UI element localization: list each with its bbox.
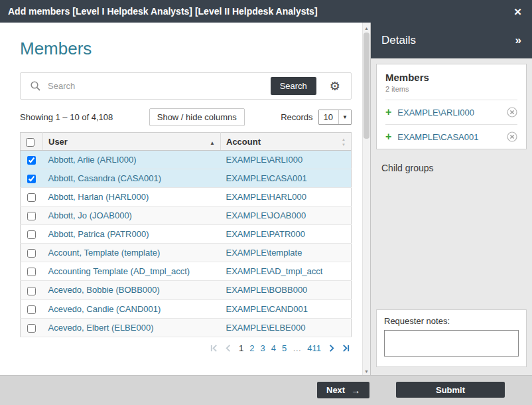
- row-checkbox-cell: [21, 318, 43, 337]
- user-cell: Acevedo, Candie (CAND001): [43, 299, 221, 318]
- user-link[interactable]: Abbott, Harlan (HARL000): [48, 192, 149, 202]
- account-link[interactable]: EXAMPLE\CASA001: [226, 173, 307, 183]
- account-link[interactable]: EXAMPLE\ELBE000: [226, 323, 306, 333]
- user-link[interactable]: Abbott, Patrica (PATR000): [48, 229, 149, 239]
- row-checkbox-cell: [21, 262, 43, 281]
- member-item-label: EXAMPLE\CASA001: [397, 132, 501, 142]
- row-checkbox-cell: [21, 188, 43, 206]
- details-body: Members 2 items + EXAMPLE\ARLI000 + EXAM…: [371, 58, 532, 375]
- row-checkbox[interactable]: [27, 156, 36, 165]
- details-members-card: Members 2 items + EXAMPLE\ARLI000 + EXAM…: [376, 64, 527, 149]
- records-select[interactable]: 10 ▼: [318, 110, 352, 125]
- details-panel: Details » Members 2 items + EXAMPLE\ARLI…: [370, 23, 532, 375]
- records-group: Records 10 ▼: [281, 110, 352, 125]
- select-all-checkbox[interactable]: [26, 138, 34, 147]
- child-groups-label: Child groups: [376, 149, 527, 173]
- show-hide-columns-button[interactable]: Show / hide columns: [149, 108, 245, 126]
- user-cell: Abbott, Arlie (ARLI000): [43, 151, 221, 169]
- user-cell: Abbott, Jo (JOAB000): [43, 206, 221, 225]
- user-link[interactable]: Abbott, Jo (JOAB000): [48, 210, 132, 220]
- account-link[interactable]: EXAMPLE\JOAB000: [226, 210, 306, 220]
- page-title: Members: [20, 39, 352, 59]
- account-cell: EXAMPLE\template: [221, 244, 352, 262]
- submit-button[interactable]: Submit: [396, 382, 505, 398]
- scrollbar-thumb[interactable]: [364, 33, 369, 139]
- gear-icon[interactable]: ⚙: [330, 80, 340, 92]
- plus-icon: +: [385, 131, 391, 142]
- row-checkbox[interactable]: [27, 212, 36, 220]
- user-link[interactable]: Abbott, Arlie (ARLI000): [48, 155, 137, 165]
- account-cell: EXAMPLE\BOBB000: [221, 281, 352, 299]
- next-page-icon[interactable]: [327, 344, 336, 353]
- search-input[interactable]: [45, 78, 271, 94]
- collapse-panel-icon[interactable]: »: [515, 34, 521, 47]
- account-cell: EXAMPLE\JOAB000: [221, 206, 352, 225]
- row-checkbox[interactable]: [27, 230, 36, 239]
- row-checkbox[interactable]: [27, 287, 36, 295]
- page-2[interactable]: 2: [249, 343, 254, 353]
- account-link[interactable]: EXAMPLE\PATR000: [226, 229, 305, 239]
- table-row: Account, Template (template) EXAMPLE\tem…: [21, 244, 352, 262]
- first-page-icon: [210, 344, 218, 353]
- user-link[interactable]: Abbott, Casandra (CASA001): [48, 173, 162, 183]
- user-column-header[interactable]: User: [43, 133, 221, 151]
- sort-both-icon: [342, 136, 346, 147]
- account-link[interactable]: EXAMPLE\BOBB000: [226, 285, 308, 295]
- account-column-header[interactable]: Account: [221, 133, 352, 151]
- row-checkbox[interactable]: [27, 324, 36, 333]
- row-checkbox-cell: [21, 281, 43, 299]
- page-5[interactable]: 5: [282, 343, 287, 353]
- members-main-content: Members Search ⚙ Showing 1 – 10 of 4,108…: [0, 23, 362, 375]
- user-link[interactable]: Account, Template (template): [48, 248, 161, 258]
- sort-ascending-icon: [210, 137, 215, 147]
- scroll-down-icon[interactable]: [363, 366, 370, 374]
- table-row: Accounting Template (AD_tmpl_acct) EXAMP…: [21, 262, 352, 281]
- user-cell: Abbott, Harlan (HARL000): [43, 188, 221, 206]
- account-link[interactable]: EXAMPLE\HARL000: [226, 192, 306, 202]
- requester-notes-card: Requester notes:: [376, 309, 527, 367]
- user-link[interactable]: Accounting Template (AD_tmpl_acct): [48, 266, 190, 276]
- row-checkbox[interactable]: [27, 268, 36, 276]
- remove-member-icon[interactable]: [507, 107, 517, 118]
- account-cell: EXAMPLE\HARL000: [221, 188, 352, 206]
- user-link[interactable]: Acevedo, Bobbie (BOBB000): [48, 285, 160, 295]
- details-members-count: 2 items: [385, 85, 517, 93]
- page-4[interactable]: 4: [271, 343, 276, 353]
- next-button[interactable]: Next →: [317, 382, 369, 398]
- row-checkbox[interactable]: [27, 193, 36, 202]
- members-main-panel: Members Search ⚙ Showing 1 – 10 of 4,108…: [0, 23, 370, 375]
- search-button[interactable]: Search: [271, 77, 316, 95]
- account-cell: EXAMPLE\AD_tmpl_acct: [221, 262, 352, 281]
- row-checkbox[interactable]: [27, 305, 36, 314]
- remove-member-icon[interactable]: [507, 131, 517, 142]
- row-checkbox[interactable]: [27, 175, 36, 183]
- account-link[interactable]: EXAMPLE\AD_tmpl_acct: [226, 266, 323, 276]
- details-title: Details: [381, 34, 416, 47]
- details-members-title: Members: [385, 72, 517, 83]
- account-cell: EXAMPLE\CAND001: [221, 299, 352, 318]
- requester-notes-input[interactable]: [384, 330, 519, 357]
- user-link[interactable]: Acevedo, Elbert (ELBE000): [48, 323, 154, 333]
- page-3[interactable]: 3: [261, 343, 265, 353]
- requester-notes-label: Requester notes:: [384, 316, 519, 326]
- last-page-icon[interactable]: [342, 344, 350, 353]
- close-icon[interactable]: ×: [510, 4, 525, 19]
- account-cell: EXAMPLE\ELBE000: [221, 318, 352, 337]
- pagination-pages: 12345…411: [239, 343, 321, 353]
- account-link[interactable]: EXAMPLE\CAND001: [226, 304, 308, 314]
- row-checkbox-cell: [21, 151, 43, 169]
- arrow-right-icon: →: [351, 385, 360, 396]
- account-link[interactable]: EXAMPLE\ARLI000: [226, 155, 303, 165]
- scroll-up-icon[interactable]: [363, 23, 370, 31]
- records-select-value: 10: [319, 112, 338, 122]
- search-icon: [30, 80, 41, 92]
- user-link[interactable]: Acevedo, Candie (CAND001): [48, 304, 161, 314]
- page-1[interactable]: 1: [239, 343, 243, 353]
- account-link[interactable]: EXAMPLE\template: [226, 248, 302, 258]
- user-cell: Acevedo, Bobbie (BOBB000): [43, 281, 221, 299]
- row-checkbox-cell: [21, 225, 43, 244]
- page-411[interactable]: 411: [307, 343, 321, 353]
- row-checkbox[interactable]: [27, 249, 36, 258]
- dialog-titlebar: Add members [Level I Helpdesk Analysts] …: [0, 0, 532, 23]
- account-cell: EXAMPLE\CASA001: [221, 169, 352, 188]
